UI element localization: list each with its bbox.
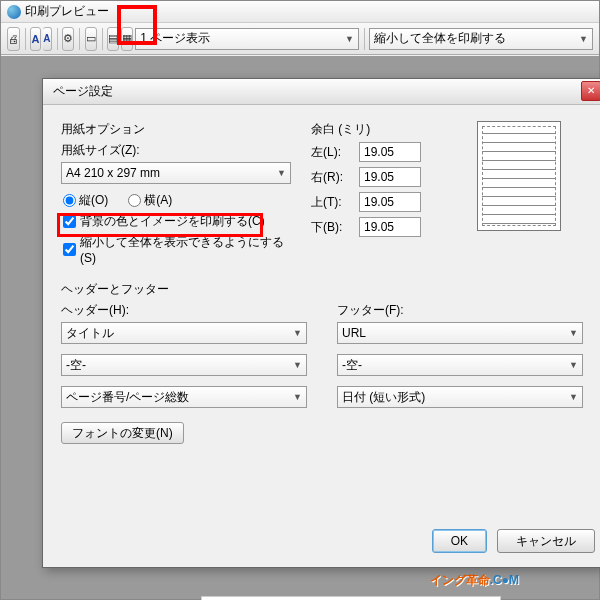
margins-group-label: 余白 (ミリ) (311, 121, 451, 138)
footer-select-1[interactable]: URL (337, 322, 583, 344)
header-footer-group: ヘッダーとフッター ヘッダー(H): タイトル -空- ページ番号/ページ総数 … (61, 281, 583, 444)
header-select-1[interactable]: タイトル (61, 322, 307, 344)
landscape-icon[interactable]: A (43, 27, 53, 51)
margin-left-input[interactable] (359, 142, 421, 162)
print-icon[interactable]: 🖨 (7, 27, 20, 51)
page-preview-thumb (477, 121, 561, 231)
margin-bottom-label: 下(B): (311, 219, 355, 236)
paper-group-label: 用紙オプション (61, 121, 291, 138)
page-setup-icon[interactable]: ⚙ (62, 27, 74, 51)
page-setup-dialog: ページ設定 ✕ 用紙オプション 用紙サイズ(Z): A4 210 x 297 m… (42, 78, 600, 568)
shrink-select[interactable]: 縮小して全体を印刷する (369, 28, 593, 50)
shrink-view-checkbox[interactable] (63, 243, 76, 256)
page-preview-bg (201, 596, 501, 600)
shrink-view-label: 縮小して全体を表示できるようにする(S) (80, 234, 291, 265)
margins-group: 余白 (ミリ) 左(L): 右(R): 上(T): 下(B): (311, 121, 451, 267)
footer-label: フッター(F): (337, 302, 583, 319)
close-icon[interactable]: ✕ (581, 81, 600, 101)
margin-top-input[interactable] (359, 192, 421, 212)
page-display-select[interactable]: 1 ページ表示 (135, 28, 359, 50)
orientation-landscape[interactable]: 横(A) (128, 192, 172, 209)
change-font-button[interactable]: フォントの変更(N) (61, 422, 184, 444)
paper-options: 用紙オプション 用紙サイズ(Z): A4 210 x 297 mm 縦(O) 横… (61, 121, 291, 267)
header-select-3[interactable]: ページ番号/ページ総数 (61, 386, 307, 408)
paper-size-select[interactable]: A4 210 x 297 mm (61, 162, 291, 184)
cancel-button[interactable]: キャンセル (497, 529, 595, 553)
window-title: 印刷プレビュー (25, 3, 109, 20)
margin-right-label: 右(R): (311, 169, 355, 186)
dialog-title-bar: ページ設定 ✕ (43, 79, 600, 105)
margin-left-label: 左(L): (311, 144, 355, 161)
portrait-icon[interactable]: A (30, 27, 40, 51)
ie-icon (7, 5, 21, 19)
dialog-title: ページ設定 (53, 84, 113, 98)
title-bar: 印刷プレビュー (1, 1, 599, 23)
preview-column (471, 121, 583, 267)
orientation-portrait[interactable]: 縦(O) (63, 192, 108, 209)
paper-size-label: 用紙サイズ(Z): (61, 142, 291, 159)
footer-select-2[interactable]: -空- (337, 354, 583, 376)
margin-top-label: 上(T): (311, 194, 355, 211)
toolbar: 🖨 A A ⚙ ▭ ▤ ▦ 1 ページ表示 縮小して全体を印刷する (1, 23, 599, 55)
highlight-box-gear (117, 5, 157, 45)
footer-select-3[interactable]: 日付 (短い形式) (337, 386, 583, 408)
header-label: ヘッダー(H): (61, 302, 307, 319)
margin-right-input[interactable] (359, 167, 421, 187)
logo: イング革命.C●M (430, 570, 519, 589)
hf-group-label: ヘッダーとフッター (61, 281, 583, 298)
highlight-box-checkbox (57, 213, 263, 237)
header-select-2[interactable]: -空- (61, 354, 307, 376)
headers-icon[interactable]: ▭ (85, 27, 97, 51)
margin-bottom-input[interactable] (359, 217, 421, 237)
ok-button[interactable]: OK (432, 529, 487, 553)
